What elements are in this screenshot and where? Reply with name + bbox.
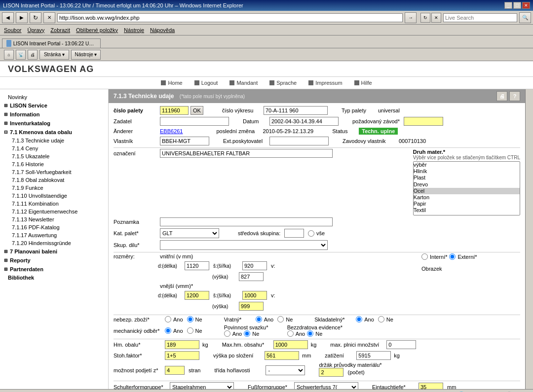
refresh-icon[interactable]: ↻: [420, 13, 430, 23]
sidebar-7111[interactable]: 7.1.11 Kombination: [0, 200, 108, 208]
vratny-ano-radio[interactable]: [256, 316, 262, 322]
minimize-btn[interactable]: _: [504, 2, 512, 9]
option-vyber[interactable]: výběr: [414, 162, 520, 168]
moznost-input[interactable]: [165, 366, 185, 375]
interni-radio[interactable]: [421, 253, 428, 260]
home-icon-btn[interactable]: ⌂: [4, 50, 14, 60]
vse-radio[interactable]: [308, 230, 314, 237]
sidebar-inventur[interactable]: ⊞ Inventurkatalog: [0, 119, 108, 128]
sidebar-7120[interactable]: 7.1.20 Hindernissgründe: [0, 239, 108, 247]
povinnost-ano-radio[interactable]: [224, 330, 230, 337]
skladatelny-ano-radio[interactable]: [356, 316, 362, 322]
forward-btn[interactable]: ▶: [16, 12, 28, 23]
sidebar-reporty[interactable]: ⊞ Reporty: [0, 256, 108, 265]
maximize-btn[interactable]: □: [513, 2, 521, 9]
sidebar-715[interactable]: 7.1.5 Ukazatele: [0, 152, 108, 160]
stop-icon[interactable]: ✕: [431, 13, 441, 23]
menu-soubor[interactable]: Soubor: [4, 27, 21, 33]
nav-hilfe[interactable]: Hilfe: [354, 80, 372, 86]
oznaceni-input[interactable]: [160, 149, 333, 158]
sidebar-719[interactable]: 7.1.9 Funkce: [0, 184, 108, 192]
menu-nastroje[interactable]: Nástroje: [124, 27, 144, 33]
dlzka-vnejsi-input[interactable]: [185, 291, 209, 300]
option-drevo[interactable]: Drevo: [414, 181, 520, 188]
datum-input[interactable]: [269, 117, 339, 126]
go-btn[interactable]: →: [405, 12, 417, 23]
nav-sprache[interactable]: Sprache: [269, 80, 297, 86]
bezzdratova-ne-radio[interactable]: [307, 330, 313, 337]
fussform-select[interactable]: Schwerterfuss 7(: [294, 382, 358, 389]
sirka-vnejsi-input[interactable]: [242, 291, 267, 300]
pozadovany-input[interactable]: [404, 117, 443, 126]
skladatelny-ne-radio[interactable]: [378, 316, 384, 322]
nav-home[interactable]: Home: [161, 80, 182, 86]
print-icon-btn[interactable]: 🖨: [28, 50, 38, 60]
trida-select[interactable]: -: [266, 365, 305, 375]
option-textil[interactable]: Textil: [414, 207, 520, 214]
nav-logout[interactable]: Logout: [194, 80, 218, 86]
sidebar-7113[interactable]: 7.1.13 Newsletter: [0, 215, 108, 223]
cislo-palety-input[interactable]: [160, 106, 189, 115]
hm-obalu-input[interactable]: [165, 340, 199, 349]
skup-dilu-select[interactable]: [160, 240, 328, 250]
vyska-vnejsi-input[interactable]: [239, 302, 264, 311]
cislo-vwykresu-input[interactable]: [264, 106, 328, 115]
sidebar-718[interactable]: 7.1.8 Obal zablokovat: [0, 176, 108, 184]
sidebar-717[interactable]: 7.1.7 Soll-Verfuegbarkeit: [0, 168, 108, 176]
sidebar-information[interactable]: ⊞ Information: [0, 110, 108, 119]
search-input[interactable]: [443, 13, 517, 22]
sidebar-lison[interactable]: ⊞ LISON Service: [0, 101, 108, 110]
rss-icon-btn[interactable]: 📡: [16, 50, 26, 60]
back-btn[interactable]: ◀: [2, 12, 14, 23]
tools-btn[interactable]: Nástroje ▾: [71, 50, 101, 60]
schulterform-select[interactable]: Stapelrahmen: [170, 382, 234, 389]
povinnost-ne-radio[interactable]: [244, 330, 250, 337]
mechanicky-ano-radio[interactable]: [165, 327, 171, 334]
menu-upravy[interactable]: Úpravy: [27, 27, 44, 33]
vyska-po-input[interactable]: [265, 351, 299, 360]
stoh-faktor-input[interactable]: [165, 351, 199, 360]
poznamka-input[interactable]: [160, 217, 333, 226]
nebezp-ano-radio[interactable]: [165, 316, 171, 322]
ext-input[interactable]: [269, 137, 329, 145]
option-papir[interactable]: Papir: [414, 201, 520, 207]
kat-palet-select[interactable]: GLT: [160, 228, 219, 238]
sidebar-7112[interactable]: 7.1.12 Eigentuemerwechse: [0, 208, 108, 215]
max-hm-input[interactable]: [273, 340, 308, 349]
sidebar-716[interactable]: 7.1.6 Historie: [0, 160, 108, 168]
sidebar-kmenova[interactable]: ⊟ 7.1 Kmenova data obalu: [0, 128, 108, 137]
close-btn[interactable]: ✕: [522, 2, 530, 9]
sidebar-bibliothek[interactable]: Bibliothek: [0, 274, 108, 282]
vyska-vnitrni-input[interactable]: [239, 272, 264, 281]
option-ocel[interactable]: Ocel: [414, 188, 520, 194]
menu-napoveda[interactable]: Nápověda: [150, 27, 175, 33]
page-btn[interactable]: Stránka ▾: [39, 50, 69, 60]
menu-oblibene[interactable]: Oblíbené položky: [76, 27, 118, 33]
sidebar-planovani[interactable]: ⊞ 7 Planovani baleni: [0, 247, 108, 256]
refresh-btn[interactable]: ↻: [30, 12, 41, 23]
nav-mandant[interactable]: Mandant: [229, 80, 258, 86]
vlastnik-input[interactable]: [160, 137, 209, 145]
druh-mater-select[interactable]: výběr Hliník Plast Drevo Ocel Karton Pap…: [413, 161, 520, 215]
option-plast[interactable]: Plast: [414, 175, 520, 181]
ok-btn[interactable]: OK: [190, 106, 203, 115]
anderer-link[interactable]: EBB6261: [160, 128, 183, 134]
bezzdratova-ano-radio[interactable]: [287, 330, 294, 337]
sidebar-partnerdaten[interactable]: ⊞ Partnerdaten: [0, 265, 108, 274]
max-plnici-input[interactable]: [386, 340, 416, 349]
stop-btn[interactable]: ✕: [43, 12, 55, 23]
print-btn[interactable]: 🖨: [496, 91, 507, 101]
stredova-input[interactable]: [284, 229, 304, 238]
vratny-ne-radio[interactable]: [277, 316, 284, 322]
sidebar-714[interactable]: 7.1.4 Ceny: [0, 144, 108, 152]
scrollbar[interactable]: [525, 89, 533, 389]
help-btn[interactable]: ?: [509, 91, 520, 101]
nebezp-ne-radio[interactable]: [187, 316, 193, 322]
sidebar-7116[interactable]: 7.1.16 PDF-Katalog: [0, 223, 108, 231]
dlzka-vnitrni-input[interactable]: [185, 261, 209, 270]
browser-tab[interactable]: LISON Intranet Portal - 13:06:22 Uhr / T…: [2, 38, 101, 48]
sidebar-713[interactable]: 7.1.3 Technicke udaje: [0, 137, 108, 144]
zatizeni-input[interactable]: [356, 351, 391, 360]
drzak-input[interactable]: [319, 368, 343, 377]
zadatel-input[interactable]: [160, 117, 229, 126]
